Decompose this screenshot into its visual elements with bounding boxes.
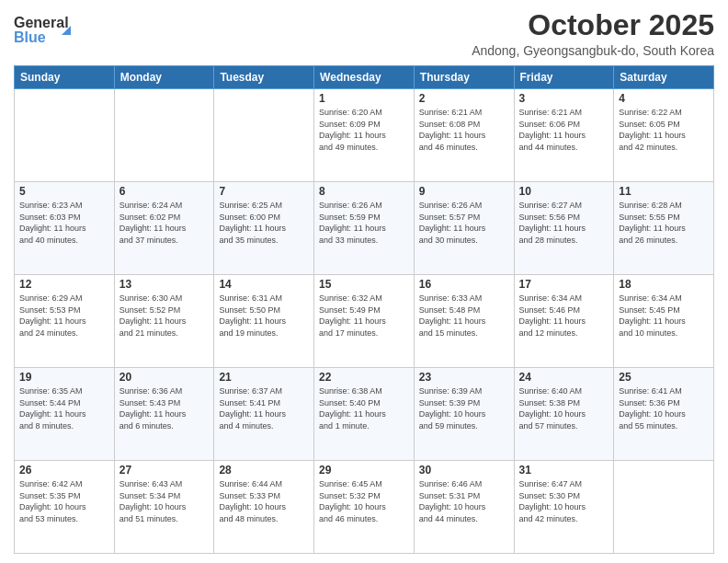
calendar-cell: 24Sunrise: 6:40 AM Sunset: 5:38 PM Dayli… bbox=[514, 368, 614, 461]
calendar-table: SundayMondayTuesdayWednesdayThursdayFrid… bbox=[14, 65, 714, 554]
calendar-cell: 9Sunrise: 6:26 AM Sunset: 5:57 PM Daylig… bbox=[414, 182, 514, 275]
col-header-friday: Friday bbox=[514, 66, 614, 89]
calendar-cell: 4Sunrise: 6:22 AM Sunset: 6:05 PM Daylig… bbox=[614, 89, 714, 182]
day-info: Sunrise: 6:23 AM Sunset: 6:03 PM Dayligh… bbox=[19, 200, 109, 246]
calendar-cell: 30Sunrise: 6:46 AM Sunset: 5:31 PM Dayli… bbox=[414, 461, 514, 554]
day-info: Sunrise: 6:28 AM Sunset: 5:55 PM Dayligh… bbox=[619, 200, 709, 246]
calendar-cell: 28Sunrise: 6:44 AM Sunset: 5:33 PM Dayli… bbox=[214, 461, 314, 554]
calendar-cell: 13Sunrise: 6:30 AM Sunset: 5:52 PM Dayli… bbox=[114, 275, 214, 368]
day-info: Sunrise: 6:34 AM Sunset: 5:45 PM Dayligh… bbox=[619, 293, 709, 339]
day-number: 17 bbox=[519, 278, 609, 291]
month-title: October 2025 bbox=[472, 9, 714, 41]
day-info: Sunrise: 6:32 AM Sunset: 5:49 PM Dayligh… bbox=[319, 293, 409, 339]
header: General Blue October 2025 Andong, Gyeong… bbox=[14, 9, 714, 58]
logo: General Blue bbox=[14, 9, 87, 50]
calendar-cell: 7Sunrise: 6:25 AM Sunset: 6:00 PM Daylig… bbox=[214, 182, 314, 275]
day-info: Sunrise: 6:31 AM Sunset: 5:50 PM Dayligh… bbox=[219, 293, 309, 339]
day-number: 6 bbox=[119, 185, 210, 198]
calendar-cell: 17Sunrise: 6:34 AM Sunset: 5:46 PM Dayli… bbox=[514, 275, 614, 368]
day-number: 23 bbox=[419, 371, 509, 384]
day-info: Sunrise: 6:38 AM Sunset: 5:40 PM Dayligh… bbox=[319, 385, 409, 431]
calendar-cell: 12Sunrise: 6:29 AM Sunset: 5:53 PM Dayli… bbox=[15, 275, 115, 368]
calendar-cell: 18Sunrise: 6:34 AM Sunset: 5:45 PM Dayli… bbox=[614, 275, 714, 368]
calendar-cell: 21Sunrise: 6:37 AM Sunset: 5:41 PM Dayli… bbox=[214, 368, 314, 461]
col-header-thursday: Thursday bbox=[414, 66, 514, 89]
day-number: 10 bbox=[519, 185, 609, 198]
calendar-cell: 23Sunrise: 6:39 AM Sunset: 5:39 PM Dayli… bbox=[414, 368, 514, 461]
day-number: 2 bbox=[419, 92, 509, 105]
day-number: 22 bbox=[319, 371, 409, 384]
calendar-cell: 19Sunrise: 6:35 AM Sunset: 5:44 PM Dayli… bbox=[15, 368, 115, 461]
day-number: 20 bbox=[119, 371, 210, 384]
day-info: Sunrise: 6:30 AM Sunset: 5:52 PM Dayligh… bbox=[119, 293, 210, 339]
day-info: Sunrise: 6:42 AM Sunset: 5:35 PM Dayligh… bbox=[19, 478, 109, 524]
calendar-cell: 6Sunrise: 6:24 AM Sunset: 6:02 PM Daylig… bbox=[114, 182, 214, 275]
day-info: Sunrise: 6:24 AM Sunset: 6:02 PM Dayligh… bbox=[119, 200, 210, 246]
day-info: Sunrise: 6:35 AM Sunset: 5:44 PM Dayligh… bbox=[19, 385, 109, 431]
day-number: 13 bbox=[119, 278, 210, 291]
day-number: 29 bbox=[319, 464, 409, 477]
calendar-week-1: 1Sunrise: 6:20 AM Sunset: 6:09 PM Daylig… bbox=[15, 89, 714, 182]
day-number: 14 bbox=[219, 278, 309, 291]
day-info: Sunrise: 6:26 AM Sunset: 5:57 PM Dayligh… bbox=[419, 200, 509, 246]
day-info: Sunrise: 6:46 AM Sunset: 5:31 PM Dayligh… bbox=[419, 478, 509, 524]
calendar-cell: 8Sunrise: 6:26 AM Sunset: 5:59 PM Daylig… bbox=[314, 182, 415, 275]
day-number: 15 bbox=[319, 278, 409, 291]
day-number: 18 bbox=[619, 278, 709, 291]
svg-text:General: General bbox=[14, 15, 69, 30]
day-info: Sunrise: 6:27 AM Sunset: 5:56 PM Dayligh… bbox=[519, 200, 609, 246]
calendar-cell: 16Sunrise: 6:33 AM Sunset: 5:48 PM Dayli… bbox=[414, 275, 514, 368]
col-header-sunday: Sunday bbox=[15, 66, 115, 89]
day-info: Sunrise: 6:47 AM Sunset: 5:30 PM Dayligh… bbox=[519, 478, 609, 524]
calendar-cell: 2Sunrise: 6:21 AM Sunset: 6:08 PM Daylig… bbox=[414, 89, 514, 182]
calendar-cell: 25Sunrise: 6:41 AM Sunset: 5:36 PM Dayli… bbox=[614, 368, 714, 461]
calendar-cell: 31Sunrise: 6:47 AM Sunset: 5:30 PM Dayli… bbox=[514, 461, 614, 554]
calendar-cell bbox=[614, 461, 714, 554]
day-info: Sunrise: 6:43 AM Sunset: 5:34 PM Dayligh… bbox=[119, 478, 210, 524]
calendar-cell bbox=[114, 89, 214, 182]
title-block: October 2025 Andong, Gyeongsangbuk-do, S… bbox=[472, 9, 714, 58]
calendar-cell: 10Sunrise: 6:27 AM Sunset: 5:56 PM Dayli… bbox=[514, 182, 614, 275]
day-number: 9 bbox=[419, 185, 509, 198]
calendar-week-4: 19Sunrise: 6:35 AM Sunset: 5:44 PM Dayli… bbox=[15, 368, 714, 461]
day-number: 16 bbox=[419, 278, 509, 291]
calendar-cell: 22Sunrise: 6:38 AM Sunset: 5:40 PM Dayli… bbox=[314, 368, 415, 461]
location: Andong, Gyeongsangbuk-do, South Korea bbox=[472, 43, 714, 58]
logo-svg: General Blue bbox=[14, 9, 87, 50]
day-number: 28 bbox=[219, 464, 309, 477]
day-number: 30 bbox=[419, 464, 509, 477]
day-number: 12 bbox=[19, 278, 109, 291]
day-info: Sunrise: 6:44 AM Sunset: 5:33 PM Dayligh… bbox=[219, 478, 309, 524]
day-number: 27 bbox=[119, 464, 210, 477]
day-info: Sunrise: 6:33 AM Sunset: 5:48 PM Dayligh… bbox=[419, 293, 509, 339]
day-number: 25 bbox=[619, 371, 709, 384]
day-info: Sunrise: 6:39 AM Sunset: 5:39 PM Dayligh… bbox=[419, 385, 509, 431]
day-number: 5 bbox=[19, 185, 109, 198]
calendar-header-row: SundayMondayTuesdayWednesdayThursdayFrid… bbox=[15, 66, 714, 89]
calendar-cell: 27Sunrise: 6:43 AM Sunset: 5:34 PM Dayli… bbox=[114, 461, 214, 554]
col-header-tuesday: Tuesday bbox=[214, 66, 314, 89]
page: General Blue October 2025 Andong, Gyeong… bbox=[0, 0, 728, 563]
day-info: Sunrise: 6:45 AM Sunset: 5:32 PM Dayligh… bbox=[319, 478, 409, 524]
day-number: 7 bbox=[219, 185, 309, 198]
day-info: Sunrise: 6:21 AM Sunset: 6:06 PM Dayligh… bbox=[519, 107, 609, 153]
col-header-wednesday: Wednesday bbox=[314, 66, 415, 89]
day-number: 31 bbox=[519, 464, 609, 477]
day-info: Sunrise: 6:36 AM Sunset: 5:43 PM Dayligh… bbox=[119, 385, 210, 431]
svg-text:Blue: Blue bbox=[14, 29, 46, 45]
day-number: 19 bbox=[19, 371, 109, 384]
day-info: Sunrise: 6:25 AM Sunset: 6:00 PM Dayligh… bbox=[219, 200, 309, 246]
day-number: 3 bbox=[519, 92, 609, 105]
day-info: Sunrise: 6:41 AM Sunset: 5:36 PM Dayligh… bbox=[619, 385, 709, 431]
calendar-cell bbox=[214, 89, 314, 182]
col-header-saturday: Saturday bbox=[614, 66, 714, 89]
day-number: 21 bbox=[219, 371, 309, 384]
calendar-week-5: 26Sunrise: 6:42 AM Sunset: 5:35 PM Dayli… bbox=[15, 461, 714, 554]
col-header-monday: Monday bbox=[114, 66, 214, 89]
calendar-cell: 26Sunrise: 6:42 AM Sunset: 5:35 PM Dayli… bbox=[15, 461, 115, 554]
calendar-week-3: 12Sunrise: 6:29 AM Sunset: 5:53 PM Dayli… bbox=[15, 275, 714, 368]
day-info: Sunrise: 6:20 AM Sunset: 6:09 PM Dayligh… bbox=[319, 107, 409, 153]
day-info: Sunrise: 6:21 AM Sunset: 6:08 PM Dayligh… bbox=[419, 107, 509, 153]
day-info: Sunrise: 6:26 AM Sunset: 5:59 PM Dayligh… bbox=[319, 200, 409, 246]
day-info: Sunrise: 6:22 AM Sunset: 6:05 PM Dayligh… bbox=[619, 107, 709, 153]
